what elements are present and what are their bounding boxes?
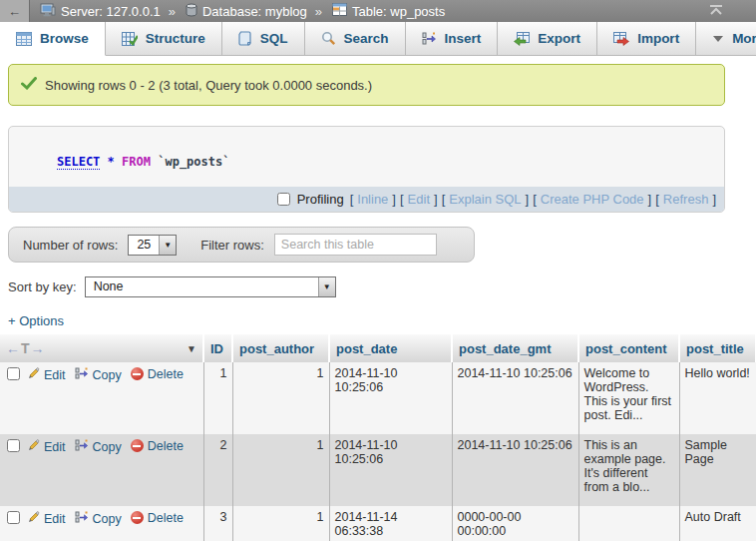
breadcrumb-database-label: Database: myblog bbox=[202, 4, 307, 19]
sql-toolbar: Profiling [ Inline ] [ Edit ] [ Explain … bbox=[9, 187, 724, 212]
tab-label: Search bbox=[344, 31, 389, 46]
column-header-post-date-gmt[interactable]: post_date_gmt bbox=[452, 334, 578, 362]
tab-search[interactable]: Search bbox=[305, 22, 406, 55]
breadcrumb-server[interactable]: Server: 127.0.0.1 bbox=[40, 3, 161, 20]
breadcrumb-table-label: Table: wp_posts bbox=[352, 4, 445, 19]
breadcrumb-table[interactable]: Table: wp_posts bbox=[332, 3, 445, 19]
tab-label: Browse bbox=[40, 31, 89, 46]
row-checkbox[interactable] bbox=[7, 367, 20, 380]
edit-row-link[interactable]: Edit bbox=[44, 512, 66, 526]
tab-browse[interactable]: Browse bbox=[0, 22, 106, 56]
options-toggle-link[interactable]: + Options bbox=[8, 313, 64, 328]
browse-table-icon bbox=[16, 32, 32, 46]
inline-link[interactable]: Inline bbox=[357, 192, 388, 207]
tab-export[interactable]: Export bbox=[498, 22, 597, 55]
breadcrumb: ← Server: 127.0.0.1 » Database: myblog »… bbox=[0, 0, 756, 22]
edit-pencil-icon bbox=[26, 510, 40, 527]
number-of-rows-select[interactable]: 25 ▼ bbox=[128, 235, 177, 256]
cell-post-title: Sample Page bbox=[679, 434, 756, 506]
cell-post-author: 1 bbox=[232, 506, 329, 541]
structure-icon bbox=[122, 32, 138, 46]
sql-query-text: SELECT * FROM `wp_posts` bbox=[9, 127, 724, 187]
status-message-text: Showing rows 0 - 2 (3 total, Query took … bbox=[45, 78, 372, 93]
chevron-down-icon: ▼ bbox=[318, 277, 335, 296]
cell-post-content bbox=[578, 506, 679, 541]
delete-icon bbox=[131, 439, 144, 452]
cell-id: 1 bbox=[203, 362, 232, 434]
cell-post-date-gmt: 2014-11-10 10:25:06 bbox=[452, 434, 578, 506]
refresh-link[interactable]: Refresh bbox=[663, 192, 709, 207]
cell-post-content: Welcome to WordPress. This is your first… bbox=[578, 362, 679, 434]
delete-row-link[interactable]: Delete bbox=[148, 367, 184, 381]
column-header-post-date[interactable]: post_date bbox=[329, 334, 452, 362]
column-visibility-icon[interactable]: ▼ bbox=[187, 343, 196, 354]
edit-row-link[interactable]: Edit bbox=[44, 440, 66, 454]
table-tab-bar: Browse Structure SQL Search Insert Expor… bbox=[0, 22, 756, 56]
edit-row-link[interactable]: Edit bbox=[44, 368, 66, 382]
delete-row-link[interactable]: Delete bbox=[148, 439, 184, 453]
sort-by-key-select[interactable]: None ▼ bbox=[85, 276, 336, 297]
server-icon bbox=[40, 3, 56, 20]
copy-row-link[interactable]: Copy bbox=[93, 368, 122, 382]
chevron-down-icon bbox=[712, 35, 724, 43]
row-checkbox[interactable] bbox=[7, 439, 20, 452]
cell-post-title: Auto Draft bbox=[679, 506, 756, 541]
row-checkbox[interactable] bbox=[7, 511, 20, 524]
table-row: EditCopyDelete 2 1 2014-11-10 10:25:06 2… bbox=[0, 434, 756, 506]
number-of-rows-label: Number of rows: bbox=[23, 238, 118, 253]
create-php-code-link[interactable]: Create PHP Code bbox=[541, 192, 644, 207]
copy-row-link[interactable]: Copy bbox=[93, 512, 122, 526]
row-actions: EditCopyDelete bbox=[0, 434, 203, 506]
cell-id: 2 bbox=[203, 434, 232, 506]
cell-post-date-gmt: 0000-00-00 00:00:00 bbox=[452, 506, 578, 541]
sql-keyword-select[interactable]: SELECT bbox=[57, 155, 100, 170]
table-row: EditCopyDelete 1 1 2014-11-10 10:25:06 2… bbox=[0, 362, 756, 434]
tab-label: Insert bbox=[445, 31, 482, 46]
breadcrumb-separator: » bbox=[315, 4, 322, 19]
delete-row-link[interactable]: Delete bbox=[148, 511, 184, 525]
edit-sql-link[interactable]: Edit bbox=[408, 192, 430, 207]
cell-post-author: 1 bbox=[232, 434, 329, 506]
filter-rows-input[interactable] bbox=[274, 234, 437, 256]
export-icon bbox=[514, 32, 530, 46]
copy-row-link[interactable]: Copy bbox=[93, 440, 122, 454]
delete-icon bbox=[131, 367, 144, 380]
database-icon bbox=[186, 3, 197, 20]
sort-row: Sort by key: None ▼ bbox=[8, 276, 756, 297]
table-icon bbox=[332, 3, 347, 19]
tab-import[interactable]: Import bbox=[597, 22, 696, 55]
breadcrumb-server-label: Server: 127.0.0.1 bbox=[61, 4, 161, 19]
delete-icon bbox=[131, 511, 144, 524]
cell-post-date-gmt: 2014-11-10 10:25:06 bbox=[452, 362, 578, 434]
import-icon bbox=[613, 32, 629, 46]
tab-label: Structure bbox=[146, 31, 205, 46]
tab-more[interactable]: More bbox=[696, 22, 756, 55]
copy-icon bbox=[75, 366, 89, 383]
profiling-label: Profiling bbox=[297, 192, 344, 207]
results-table: ←T→ ▼ ID post_author post_date post_date… bbox=[0, 334, 756, 541]
tab-sql[interactable]: SQL bbox=[222, 22, 305, 55]
copy-icon bbox=[75, 438, 89, 455]
column-header-post-content[interactable]: post_content bbox=[578, 334, 679, 362]
search-icon bbox=[321, 31, 336, 46]
back-arrow-button[interactable]: ← bbox=[0, 0, 30, 22]
transpose-icon[interactable]: ←T→ bbox=[6, 340, 46, 356]
tab-structure[interactable]: Structure bbox=[106, 22, 222, 55]
cell-id: 3 bbox=[203, 506, 232, 541]
breadcrumb-database[interactable]: Database: myblog bbox=[186, 3, 307, 20]
table-row: EditCopyDelete 3 1 2014-11-14 06:33:38 0… bbox=[0, 506, 756, 541]
profiling-checkbox[interactable] bbox=[277, 193, 290, 206]
header-actions-cell: ←T→ ▼ bbox=[0, 334, 203, 362]
sql-query-box: SELECT * FROM `wp_posts` Profiling [ Inl… bbox=[8, 126, 725, 213]
status-message: Showing rows 0 - 2 (3 total, Query took … bbox=[8, 64, 725, 106]
collapse-console-icon[interactable] bbox=[708, 3, 724, 20]
tab-insert[interactable]: Insert bbox=[406, 22, 499, 55]
row-actions: EditCopyDelete bbox=[0, 362, 203, 434]
cell-post-author: 1 bbox=[232, 362, 329, 434]
column-header-post-author[interactable]: post_author bbox=[232, 334, 329, 362]
cell-post-title: Hello world! bbox=[679, 362, 756, 434]
explain-sql-link[interactable]: Explain SQL bbox=[449, 192, 521, 207]
column-header-post-title[interactable]: post_title bbox=[679, 334, 756, 362]
results-controls-bar: Number of rows: 25 ▼ Filter rows: bbox=[8, 227, 475, 263]
column-header-id[interactable]: ID bbox=[203, 334, 232, 362]
